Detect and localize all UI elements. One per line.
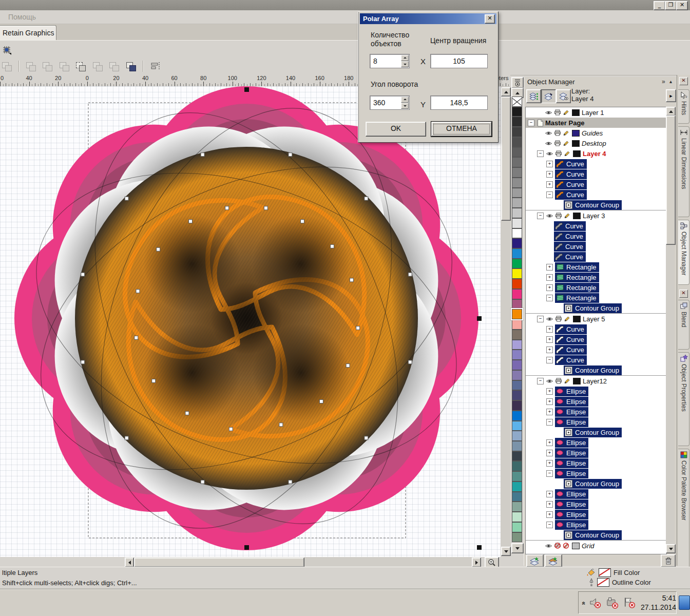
y-input[interactable]: 148,5 — [430, 95, 488, 110]
selected-object[interactable]: Curve — [554, 232, 586, 241]
selected-object[interactable]: Ellipse — [555, 417, 588, 427]
master-page-label[interactable]: Master Page — [545, 119, 585, 127]
tree-row-rectangle[interactable]: +Rectangle — [526, 282, 666, 293]
palette-swatch[interactable] — [512, 198, 522, 208]
ungroup-icon[interactable] — [42, 61, 53, 71]
edit-across-layers-button[interactable] — [541, 89, 556, 103]
collapse-icon[interactable]: − — [546, 191, 553, 198]
tree-row-contour-group[interactable]: Contour Group — [526, 365, 666, 375]
expand-icon[interactable]: + — [546, 161, 553, 167]
selected-object[interactable]: Curve — [554, 252, 586, 262]
edit-pencil-icon[interactable] — [562, 140, 570, 147]
docker-tab-object-manager[interactable]: Object Manager — [678, 220, 689, 285]
selected-object[interactable]: Contour Group — [564, 428, 622, 437]
tree-row-contour-group[interactable]: Contour Group — [526, 427, 666, 437]
expand-icon[interactable]: + — [546, 501, 553, 508]
layer-color-swatch[interactable] — [573, 316, 581, 322]
palette-swatch[interactable] — [512, 289, 522, 299]
tree-row-contour-group[interactable]: Contour Group — [526, 303, 666, 313]
tree-row-ellipse[interactable]: +Ellipse — [526, 437, 666, 448]
tree-row-layer-5[interactable]: −Layer 5 — [526, 313, 666, 324]
palette-swatch[interactable] — [512, 512, 522, 522]
expand-icon[interactable]: + — [546, 274, 553, 281]
canvas-vscrollbar[interactable] — [501, 86, 510, 557]
print-icon[interactable] — [554, 316, 562, 322]
print-icon[interactable] — [553, 140, 561, 147]
visibility-eye-icon[interactable] — [546, 213, 553, 219]
layer-color-swatch[interactable] — [573, 213, 581, 219]
palette-swatch[interactable] — [512, 218, 522, 228]
layer-label[interactable]: Layer12 — [583, 377, 607, 385]
palette-swatch[interactable] — [512, 421, 522, 431]
expand-icon[interactable]: + — [546, 388, 553, 395]
tree-row-layer-4[interactable]: −Layer 4 — [526, 148, 666, 159]
show-properties-button[interactable] — [526, 89, 541, 103]
layer-label[interactable]: Desktop — [582, 140, 606, 147]
docker-tab-blend[interactable]: Blend — [678, 300, 689, 350]
paste-icon[interactable] — [2, 61, 13, 71]
tree-row-curve[interactable]: Curve — [526, 221, 666, 231]
selected-object[interactable]: Ellipse — [555, 458, 588, 468]
tree-scroll-thumb[interactable] — [666, 116, 676, 245]
selected-object[interactable]: Curve — [555, 159, 587, 169]
tree-row-ellipse[interactable]: +Ellipse — [526, 386, 666, 396]
palette-swatch[interactable] — [512, 117, 522, 127]
print-icon[interactable] — [553, 130, 561, 137]
angle-input[interactable]: 360 — [370, 95, 410, 110]
palette-swatch[interactable] — [512, 370, 522, 380]
expand-icon[interactable]: + — [546, 460, 553, 467]
expand-icon[interactable]: + — [546, 439, 553, 446]
selected-object[interactable]: Ellipse — [555, 469, 588, 478]
layer-label[interactable]: Layer 5 — [583, 315, 605, 323]
spin-up-icon[interactable] — [401, 55, 409, 61]
strip-close-icon[interactable]: ✕ — [679, 77, 688, 85]
selected-object[interactable]: Ellipse — [555, 489, 588, 499]
palette-swatch[interactable] — [512, 350, 522, 360]
expand-icon[interactable]: + — [546, 409, 553, 415]
collapse-icon[interactable]: − — [537, 213, 544, 219]
tree-row-rectangle[interactable]: +Rectangle — [526, 272, 666, 282]
palette-swatch[interactable] — [512, 400, 522, 411]
expand-icon[interactable]: + — [546, 181, 553, 188]
om-tree-scrollbar[interactable] — [666, 107, 675, 553]
scroll-down-button[interactable] — [501, 547, 511, 556]
edit-pencil-icon[interactable] — [563, 316, 571, 322]
action-center-flag-icon[interactable] — [622, 596, 636, 609]
selected-object[interactable]: Ellipse — [555, 387, 588, 396]
clock[interactable]: 5:41 27.11.2014 — [641, 593, 676, 612]
collapse-icon[interactable]: − — [528, 120, 534, 126]
selected-object[interactable]: Curve — [555, 180, 587, 189]
tree-scroll-down[interactable] — [666, 544, 676, 553]
align-icon[interactable] — [150, 61, 161, 71]
selected-object[interactable]: Ellipse — [555, 520, 588, 530]
tree-row-layer-3[interactable]: −Layer 3 — [526, 210, 666, 221]
tree-row-curve[interactable]: −Curve — [526, 355, 666, 365]
docker-tab-color-palette-browser[interactable]: Color Palette Browser — [678, 449, 689, 580]
tree-row-layer12[interactable]: −Layer12 — [526, 375, 666, 386]
collapse-icon[interactable]: − — [546, 295, 553, 301]
collapse-icon[interactable]: − — [546, 419, 553, 426]
expand-icon[interactable]: + — [546, 398, 553, 405]
docker-tab-object-properties[interactable]: Object Properties — [678, 352, 689, 446]
print-icon[interactable] — [554, 378, 562, 384]
close-button[interactable]: ✕ — [676, 1, 688, 10]
selected-object[interactable]: Curve — [555, 335, 587, 344]
edit-pencil-icon[interactable] — [563, 150, 571, 157]
combine-icon[interactable] — [126, 61, 137, 71]
collapse-icon[interactable]: − — [546, 522, 553, 528]
tree-row-contour-group[interactable]: Contour Group — [526, 200, 666, 210]
palette-swatch[interactable] — [512, 178, 522, 188]
tree-row-contour-group[interactable]: Contour Group — [526, 530, 666, 540]
count-spinner[interactable] — [401, 55, 409, 67]
zoom-tool-button[interactable] — [485, 557, 499, 568]
edit-pencil-icon[interactable] — [562, 130, 570, 137]
selected-object[interactable]: Ellipse — [555, 407, 588, 417]
tree-row-curve[interactable]: +Curve — [526, 344, 666, 355]
tree-row-curve[interactable]: Curve — [526, 252, 666, 262]
expand-icon[interactable]: + — [546, 326, 553, 333]
palette-scroll-down[interactable] — [511, 543, 524, 553]
volume-muted-icon[interactable] — [589, 596, 602, 609]
palette-swatch[interactable] — [512, 107, 522, 117]
dialog-close-button[interactable]: ✕ — [485, 14, 495, 24]
tree-row-curve[interactable]: +Curve — [526, 179, 666, 189]
